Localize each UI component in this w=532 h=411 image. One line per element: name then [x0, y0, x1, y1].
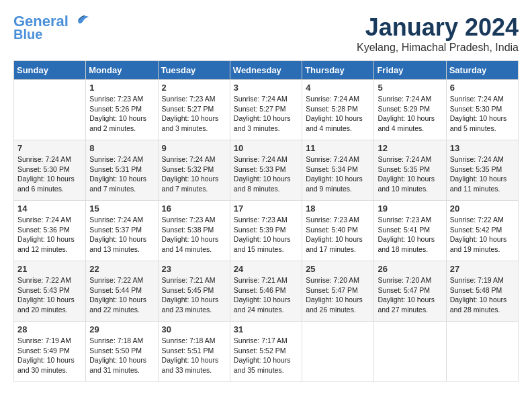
- day-info: Sunrise: 7:23 AMSunset: 5:41 PMDaylight:…: [378, 215, 442, 255]
- calendar-table: SundayMondayTuesdayWednesdayThursdayFrid…: [13, 60, 519, 382]
- day-info: Sunrise: 7:24 AMSunset: 5:33 PMDaylight:…: [234, 154, 298, 194]
- calendar-cell: [14, 80, 86, 140]
- day-info: Sunrise: 7:24 AMSunset: 5:34 PMDaylight:…: [306, 154, 370, 194]
- day-number: 24: [234, 264, 298, 274]
- calendar-cell: 14Sunrise: 7:24 AMSunset: 5:36 PMDayligh…: [14, 201, 86, 261]
- day-number: 16: [162, 203, 226, 214]
- day-info: Sunrise: 7:20 AMSunset: 5:47 PMDaylight:…: [378, 275, 442, 315]
- day-info: Sunrise: 7:17 AMSunset: 5:52 PMDaylight:…: [234, 336, 298, 375]
- calendar-cell: 29Sunrise: 7:18 AMSunset: 5:50 PMDayligh…: [86, 322, 158, 382]
- day-info: Sunrise: 7:18 AMSunset: 5:50 PMDaylight:…: [89, 336, 154, 375]
- day-number: 29: [89, 324, 154, 334]
- day-info: Sunrise: 7:19 AMSunset: 5:48 PMDaylight:…: [450, 275, 515, 315]
- calendar-cell: 4Sunrise: 7:24 AMSunset: 5:28 PMDaylight…: [302, 80, 374, 140]
- calendar-body: 1Sunrise: 7:23 AMSunset: 5:26 PMDaylight…: [14, 80, 519, 382]
- day-info: Sunrise: 7:22 AMSunset: 5:42 PMDaylight:…: [450, 215, 515, 255]
- location: Kyelang, Himachal Pradesh, India: [357, 42, 519, 54]
- calendar-cell: 11Sunrise: 7:24 AMSunset: 5:34 PMDayligh…: [302, 140, 374, 201]
- day-header-monday: Monday: [86, 61, 158, 80]
- day-info: Sunrise: 7:21 AMSunset: 5:46 PMDaylight:…: [234, 275, 298, 315]
- calendar-cell: 17Sunrise: 7:23 AMSunset: 5:39 PMDayligh…: [230, 201, 302, 261]
- day-number: 6: [450, 83, 515, 93]
- day-number: 3: [234, 83, 298, 93]
- week-row-2: 7Sunrise: 7:24 AMSunset: 5:30 PMDaylight…: [14, 140, 519, 201]
- week-row-4: 21Sunrise: 7:22 AMSunset: 5:43 PMDayligh…: [14, 261, 519, 322]
- calendar-cell: 30Sunrise: 7:18 AMSunset: 5:51 PMDayligh…: [158, 322, 230, 382]
- calendar-cell: 16Sunrise: 7:23 AMSunset: 5:38 PMDayligh…: [158, 201, 230, 261]
- day-info: Sunrise: 7:24 AMSunset: 5:37 PMDaylight:…: [89, 215, 154, 255]
- calendar-cell: 22Sunrise: 7:22 AMSunset: 5:44 PMDayligh…: [86, 261, 158, 322]
- calendar-cell: 26Sunrise: 7:20 AMSunset: 5:47 PMDayligh…: [374, 261, 446, 322]
- calendar-header: SundayMondayTuesdayWednesdayThursdayFrid…: [14, 61, 519, 80]
- calendar-cell: 7Sunrise: 7:24 AMSunset: 5:30 PMDaylight…: [14, 140, 86, 201]
- day-info: Sunrise: 7:24 AMSunset: 5:35 PMDaylight:…: [450, 154, 515, 194]
- calendar-cell: 25Sunrise: 7:20 AMSunset: 5:47 PMDayligh…: [302, 261, 374, 322]
- day-number: 19: [378, 203, 442, 214]
- logo-blue: Blue: [13, 27, 42, 42]
- day-info: Sunrise: 7:23 AMSunset: 5:26 PMDaylight:…: [89, 94, 154, 134]
- day-number: 14: [17, 203, 82, 214]
- day-info: Sunrise: 7:23 AMSunset: 5:40 PMDaylight:…: [306, 215, 370, 255]
- calendar-cell: 2Sunrise: 7:23 AMSunset: 5:27 PMDaylight…: [158, 80, 230, 140]
- calendar-cell: 9Sunrise: 7:24 AMSunset: 5:32 PMDaylight…: [158, 140, 230, 201]
- day-info: Sunrise: 7:23 AMSunset: 5:39 PMDaylight:…: [234, 215, 298, 255]
- calendar-cell: 19Sunrise: 7:23 AMSunset: 5:41 PMDayligh…: [374, 201, 446, 261]
- logo: General Blue: [13, 13, 89, 42]
- day-number: 8: [89, 143, 154, 153]
- week-row-1: 1Sunrise: 7:23 AMSunset: 5:26 PMDaylight…: [14, 80, 519, 140]
- calendar-cell: 8Sunrise: 7:24 AMSunset: 5:31 PMDaylight…: [86, 140, 158, 201]
- day-header-saturday: Saturday: [446, 61, 518, 80]
- calendar-cell: [302, 322, 374, 382]
- day-header-sunday: Sunday: [14, 61, 86, 80]
- day-number: 10: [234, 143, 298, 153]
- header-row: SundayMondayTuesdayWednesdayThursdayFrid…: [14, 61, 519, 80]
- day-info: Sunrise: 7:24 AMSunset: 5:31 PMDaylight:…: [89, 154, 154, 194]
- day-info: Sunrise: 7:19 AMSunset: 5:49 PMDaylight:…: [17, 336, 82, 375]
- day-number: 13: [450, 143, 515, 153]
- day-number: 1: [89, 83, 154, 93]
- calendar-cell: 3Sunrise: 7:24 AMSunset: 5:27 PMDaylight…: [230, 80, 302, 140]
- day-number: 20: [450, 203, 515, 214]
- day-info: Sunrise: 7:24 AMSunset: 5:27 PMDaylight:…: [234, 94, 298, 134]
- day-number: 17: [234, 203, 298, 214]
- day-number: 22: [89, 264, 154, 274]
- calendar-cell: 18Sunrise: 7:23 AMSunset: 5:40 PMDayligh…: [302, 201, 374, 261]
- calendar-cell: 24Sunrise: 7:21 AMSunset: 5:46 PMDayligh…: [230, 261, 302, 322]
- day-number: 15: [89, 203, 154, 214]
- day-info: Sunrise: 7:23 AMSunset: 5:38 PMDaylight:…: [162, 215, 226, 255]
- calendar-cell: 13Sunrise: 7:24 AMSunset: 5:35 PMDayligh…: [446, 140, 518, 201]
- day-number: 23: [162, 264, 226, 274]
- month-title: January 2024: [357, 13, 519, 42]
- logo-bird-icon: [70, 14, 89, 29]
- day-info: Sunrise: 7:22 AMSunset: 5:44 PMDaylight:…: [89, 275, 154, 315]
- day-header-tuesday: Tuesday: [158, 61, 230, 80]
- day-info: Sunrise: 7:23 AMSunset: 5:27 PMDaylight:…: [162, 94, 226, 134]
- day-info: Sunrise: 7:24 AMSunset: 5:28 PMDaylight:…: [306, 94, 370, 134]
- day-number: 11: [306, 143, 370, 153]
- day-info: Sunrise: 7:22 AMSunset: 5:43 PMDaylight:…: [17, 275, 82, 315]
- calendar-cell: [374, 322, 446, 382]
- calendar-cell: [446, 322, 518, 382]
- day-number: 9: [162, 143, 226, 153]
- day-number: 28: [17, 324, 82, 334]
- calendar-cell: 12Sunrise: 7:24 AMSunset: 5:35 PMDayligh…: [374, 140, 446, 201]
- day-info: Sunrise: 7:21 AMSunset: 5:45 PMDaylight:…: [162, 275, 226, 315]
- day-header-thursday: Thursday: [302, 61, 374, 80]
- calendar-cell: 15Sunrise: 7:24 AMSunset: 5:37 PMDayligh…: [86, 201, 158, 261]
- day-number: 18: [306, 203, 370, 214]
- calendar-cell: 28Sunrise: 7:19 AMSunset: 5:49 PMDayligh…: [14, 322, 86, 382]
- day-info: Sunrise: 7:18 AMSunset: 5:51 PMDaylight:…: [162, 336, 226, 375]
- day-info: Sunrise: 7:24 AMSunset: 5:35 PMDaylight:…: [378, 154, 442, 194]
- title-block: January 2024 Kyelang, Himachal Pradesh, …: [357, 13, 519, 54]
- day-number: 4: [306, 83, 370, 93]
- day-number: 5: [378, 83, 442, 93]
- day-number: 2: [162, 83, 226, 93]
- day-info: Sunrise: 7:24 AMSunset: 5:32 PMDaylight:…: [162, 154, 226, 194]
- calendar-cell: 20Sunrise: 7:22 AMSunset: 5:42 PMDayligh…: [446, 201, 518, 261]
- calendar-cell: 6Sunrise: 7:24 AMSunset: 5:30 PMDaylight…: [446, 80, 518, 140]
- day-number: 25: [306, 264, 370, 274]
- calendar-cell: 27Sunrise: 7:19 AMSunset: 5:48 PMDayligh…: [446, 261, 518, 322]
- page-header: General Blue January 2024 Kyelang, Himac…: [13, 13, 519, 54]
- day-number: 26: [378, 264, 442, 274]
- day-info: Sunrise: 7:20 AMSunset: 5:47 PMDaylight:…: [306, 275, 370, 315]
